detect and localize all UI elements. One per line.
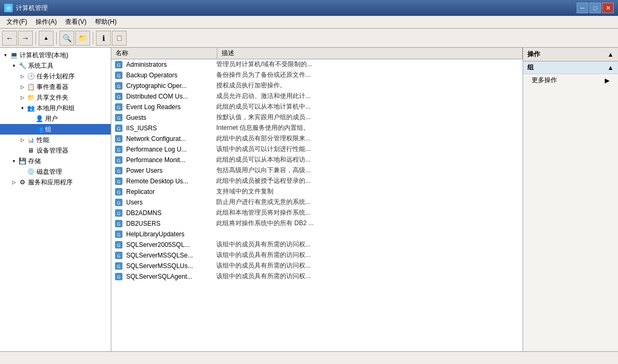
table-row[interactable]: GCryptographic Oper...授权成员执行加密操作。 xyxy=(111,81,523,91)
forward-button[interactable]: → xyxy=(18,31,33,46)
minimize-button[interactable]: ─ xyxy=(577,3,588,13)
group-icon: G xyxy=(113,250,124,261)
sidebar-item-users[interactable]: ▷ 👤 用户 xyxy=(0,113,111,124)
main-container: ▾ 💻 计算机管理(本地) ▾ 🔧 系统工具 ▷ 🕒 任务计划程序 ▷ 📋 事件… xyxy=(0,48,618,351)
toolbar-separator-1 xyxy=(36,32,36,45)
svg-text:G: G xyxy=(117,221,120,227)
list-item-desc: 按默认值，来宾跟用户组的成员... xyxy=(214,113,523,122)
svg-text:G: G xyxy=(117,147,120,153)
header-desc[interactable]: 描述 xyxy=(217,48,523,59)
table-row[interactable]: GSQLServerMSSQLSe...该组中的成员具有所需的访问权... xyxy=(111,250,523,261)
group-icon: G xyxy=(113,134,124,144)
sidebar-label-performance: 性能 xyxy=(37,136,49,145)
group-icon: G xyxy=(113,144,124,155)
info-button[interactable]: ℹ xyxy=(96,31,111,46)
list-item-desc: 该组中的成员具有所需的访问权... xyxy=(214,251,523,260)
list-item-desc: 备份操作员为了备份或还原文件... xyxy=(214,70,523,79)
search-button[interactable]: 🔍 xyxy=(59,31,74,46)
icon-device-manager: 🖥 xyxy=(27,146,35,155)
sidebar-item-event-viewer[interactable]: ▷ 📋 事件查看器 xyxy=(0,82,111,92)
svg-text:G: G xyxy=(117,274,120,280)
svg-text:G: G xyxy=(117,243,120,248)
svg-text:G: G xyxy=(117,232,120,237)
table-row[interactable]: GSQLServer2005SQL...该组中的成员具有所需的访问权... xyxy=(111,239,523,250)
table-row[interactable]: GHelpLibraryUpdaters xyxy=(111,229,523,239)
icon-groups: 👥 xyxy=(35,125,43,134)
list-item-name: Cryptographic Oper... xyxy=(124,82,214,90)
group-icon: G xyxy=(113,123,124,134)
table-row[interactable]: GPerformance Monit...此组的成员可以从本地和远程访... xyxy=(111,155,523,165)
sidebar-item-services[interactable]: ▷ ⚙ 服务和应用程序 xyxy=(0,177,111,188)
group-icon: G xyxy=(113,229,124,239)
export-button[interactable]: 📋 xyxy=(112,31,127,46)
table-row[interactable]: GIIS_IUSRSInternet 信息服务使用的内置组。 xyxy=(111,123,523,134)
table-row[interactable]: GRemote Desktop Us...此组中的成员被授予远程登录的... xyxy=(111,176,523,187)
sidebar-item-local-users[interactable]: ▾ 👥 本地用户和组 xyxy=(0,103,111,113)
list-header: 名称 描述 xyxy=(111,48,523,59)
actions-more-actions[interactable]: 更多操作 ▶ xyxy=(523,74,618,86)
group-icon: G xyxy=(113,59,124,70)
actions-collapse-icon[interactable]: ▲ xyxy=(607,51,614,58)
list-item-desc: 防止用户进行有意或无意的系统... xyxy=(214,198,523,207)
title-bar: ⚙ 计算机管理 ─ □ ✕ xyxy=(0,0,618,16)
folders-button[interactable]: 📁 xyxy=(75,31,90,46)
up-button[interactable]: ▲ xyxy=(39,31,54,46)
svg-text:G: G xyxy=(117,200,120,206)
header-name[interactable]: 名称 xyxy=(111,48,217,59)
menu-help[interactable]: 帮助(H) xyxy=(91,16,121,28)
sidebar-item-device-manager[interactable]: ▷ 🖥 设备管理器 xyxy=(0,145,111,156)
sidebar-label-event: 事件查看器 xyxy=(37,83,68,92)
expander-root: ▾ xyxy=(1,51,10,59)
list-item-name: Administrators xyxy=(124,61,214,68)
back-button[interactable]: ← xyxy=(2,31,17,46)
svg-text:G: G xyxy=(117,94,120,100)
menu-action[interactable]: 操作(A) xyxy=(31,16,61,28)
sidebar-item-task-scheduler[interactable]: ▷ 🕒 任务计划程序 xyxy=(0,71,111,82)
maximize-button[interactable]: □ xyxy=(589,3,601,13)
close-button[interactable]: ✕ xyxy=(602,3,614,13)
list-item-name: Performance Monit... xyxy=(124,156,214,164)
expander-performance: ▷ xyxy=(18,136,27,144)
sidebar-item-system-tools[interactable]: ▾ 🔧 系统工具 xyxy=(0,60,111,71)
table-row[interactable]: GSQLServerSQLAgent...该组中的成员具有所需的访问权... xyxy=(111,271,523,282)
list-item-name: Event Log Readers xyxy=(124,103,214,111)
svg-text:G: G xyxy=(117,253,120,259)
expander-event: ▷ xyxy=(18,83,27,91)
group-icon: G xyxy=(113,112,124,123)
table-row[interactable]: GAdministrators管理员对计算机/域有不受限制的... xyxy=(111,59,523,70)
icon-services: ⚙ xyxy=(18,178,27,187)
table-row[interactable]: GBackup Operators备份操作员为了备份或还原文件... xyxy=(111,70,523,81)
list-item-name: Network Configurat... xyxy=(124,135,214,143)
actions-more-label: 更多操作 xyxy=(532,76,557,85)
table-row[interactable]: GSQLServerMSSQLUs...该组中的成员具有所需的访问权... xyxy=(111,261,523,271)
svg-text:G: G xyxy=(117,179,120,184)
sidebar-label-services: 服务和应用程序 xyxy=(28,178,73,187)
table-row[interactable]: GReplicator支持域中的文件复制 xyxy=(111,187,523,197)
sidebar-item-disk-mgmt[interactable]: ▷ 💿 磁盘管理 xyxy=(0,166,111,177)
group-icon: G xyxy=(113,218,124,229)
sidebar-item-groups[interactable]: ▷ 👥 组 xyxy=(0,124,111,135)
list-item-desc: 此组中的成员被授予远程登录的... xyxy=(214,176,523,185)
table-row[interactable]: GGuests按默认值，来宾跟用户组的成员... xyxy=(111,112,523,123)
table-row[interactable]: GDistributed COM Us...成员允许启动、激活和使用此计... xyxy=(111,91,523,102)
table-row[interactable]: GDB2ADMNS此组和本地管理员将对操作系统... xyxy=(111,208,523,218)
sidebar-item-storage[interactable]: ▾ 💾 存储 xyxy=(0,156,111,166)
table-row[interactable]: GPower Users包括高级用户以向下兼容，高级... xyxy=(111,165,523,176)
menu-file[interactable]: 文件(F) xyxy=(2,16,31,28)
sidebar-label-storage: 存储 xyxy=(28,157,41,166)
table-row[interactable]: GUsers防止用户进行有意或无意的系统... xyxy=(111,197,523,208)
sidebar-item-performance[interactable]: ▷ 📊 性能 xyxy=(0,135,111,145)
table-row[interactable]: GNetwork Configurat...此组中的成员有部分管理权限来... xyxy=(111,134,523,144)
table-row[interactable]: GDB2USERS此组将对操作系统中的所有 DB2 ... xyxy=(111,218,523,229)
table-row[interactable]: GEvent Log Readers此组的成员可以从本地计算机中... xyxy=(111,102,523,112)
table-row[interactable]: GPerformance Log U...该组中的成员可以计划进行性能... xyxy=(111,144,523,155)
window-title: 计算机管理 xyxy=(16,4,577,13)
icon-users: 👤 xyxy=(35,114,43,123)
menu-view[interactable]: 查看(V) xyxy=(61,16,91,28)
svg-text:G: G xyxy=(117,137,120,142)
svg-text:G: G xyxy=(117,264,120,269)
sidebar-item-shared-folders[interactable]: ▷ 📁 共享文件夹 xyxy=(0,92,111,103)
sidebar-item-root[interactable]: ▾ 💻 计算机管理(本地) xyxy=(0,50,111,60)
list-item-desc: 此组和本地管理员将对操作系统... xyxy=(214,208,523,217)
list-item-desc: 包括高级用户以向下兼容，高级... xyxy=(214,166,523,175)
